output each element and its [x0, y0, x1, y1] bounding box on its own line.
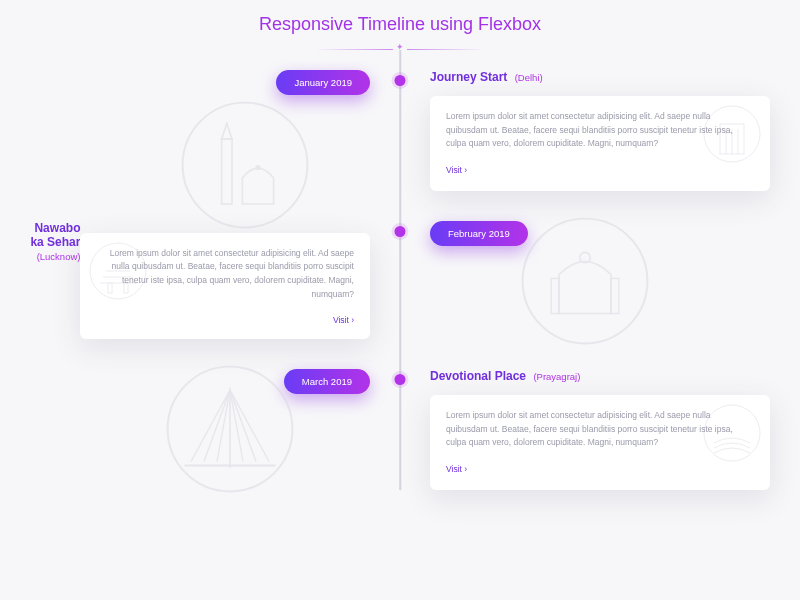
- monument-illustration: [520, 216, 650, 346]
- svg-rect-11: [551, 278, 559, 313]
- visit-link[interactable]: Visit ›: [96, 315, 354, 325]
- timeline-dot: [395, 226, 406, 237]
- entry-title: Journey Start: [430, 70, 507, 84]
- entry-title: Devotional Place: [430, 369, 526, 383]
- page-title: Responsive Timeline using Flexbox: [0, 0, 800, 43]
- date-pill: February 2019: [430, 221, 528, 246]
- timeline-dot: [395, 374, 406, 385]
- svg-point-0: [183, 103, 308, 228]
- entry-body: Lorem ipsum dolor sit amet consectetur a…: [446, 110, 754, 151]
- timeline: January 2019 Journey Start (Delhi) Lorem…: [0, 50, 800, 490]
- svg-point-3: [255, 165, 260, 170]
- entry-card: Lorem ipsum dolor sit amet consectetur a…: [430, 395, 770, 490]
- entry-body: Lorem ipsum dolor sit amet consectetur a…: [96, 247, 354, 301]
- timeline-dot: [395, 75, 406, 86]
- svg-line-22: [230, 390, 256, 462]
- entry-card: Lorem ipsum dolor sit amet consectetur a…: [430, 96, 770, 191]
- entry-location: (Prayagraj): [533, 371, 580, 382]
- entry-body: Lorem ipsum dolor sit amet consectetur a…: [446, 409, 754, 450]
- visit-link[interactable]: Visit ›: [446, 464, 467, 474]
- entry-location: (Delhi): [515, 72, 543, 83]
- date-pill: March 2019: [284, 369, 370, 394]
- timeline-row: Nawabo ka Sehar (Lucknow) Lorem ipsum do…: [30, 221, 770, 339]
- date-pill: January 2019: [276, 70, 370, 95]
- monument-illustration: [180, 100, 310, 230]
- svg-line-19: [204, 390, 230, 462]
- entry-heading: Nawabo ka Sehar (Lucknow): [30, 221, 80, 339]
- svg-rect-1: [222, 139, 232, 204]
- entry-location: (Lucknow): [37, 251, 81, 262]
- entry-title: Nawabo ka Sehar: [30, 221, 80, 249]
- monument-illustration: [165, 364, 295, 494]
- timeline-row: March 2019 Devotional Place (Prayagraj) …: [30, 369, 770, 490]
- svg-point-9: [523, 218, 648, 343]
- entry-heading: Journey Start (Delhi): [430, 70, 770, 84]
- entry-heading: Devotional Place (Prayagraj): [430, 369, 770, 383]
- svg-marker-2: [222, 123, 232, 139]
- entry-card: Lorem ipsum dolor sit amet consectetur a…: [80, 233, 370, 339]
- svg-rect-12: [611, 278, 619, 313]
- timeline-row: January 2019 Journey Start (Delhi) Lorem…: [30, 70, 770, 191]
- visit-link[interactable]: Visit ›: [446, 165, 467, 175]
